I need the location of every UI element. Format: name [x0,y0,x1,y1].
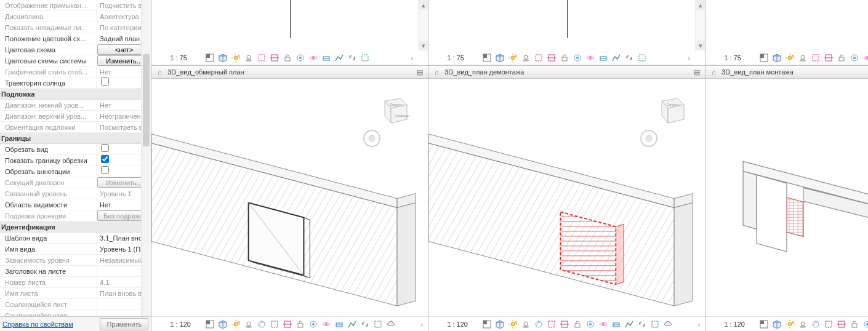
scroll-up-button[interactable]: ▴ [696,0,705,10]
help-link[interactable]: Справка по свойствам [2,321,73,328]
properties-scroll[interactable]: Отображение примыкан...Подчистить вс...Д… [0,0,151,316]
property-checkbox[interactable] [101,155,109,163]
temp-hide-icon[interactable] [572,52,582,63]
view-list-icon[interactable]: ▤ [693,68,701,76]
rendering-icon[interactable] [256,319,267,329]
unlock-icon[interactable] [559,52,569,63]
temp-hide-icon[interactable] [308,319,318,329]
sun-path-icon[interactable]: x [230,52,241,63]
highlight-icon[interactable] [637,52,647,63]
crop-icon[interactable] [533,52,544,63]
section-bounds[interactable]: Границы⌃ [0,133,151,144]
sun-path-icon[interactable]: x [230,319,241,329]
rendering-icon[interactable] [533,319,544,329]
visual-style-icon[interactable] [494,52,505,63]
highlight-icon[interactable] [360,52,370,63]
visual-style-icon[interactable] [771,319,782,329]
scroll-up-button[interactable]: ▴ [419,0,428,10]
reveal-icon[interactable] [308,52,318,63]
view-scale[interactable]: 1 : 120 [724,321,756,328]
toolbar-caret[interactable]: › [685,54,693,62]
cloud-icon[interactable] [662,319,673,329]
pane-scrollbar[interactable]: ▴ ▾ [418,0,428,50]
reveal-icon[interactable] [321,319,331,329]
property-checkbox[interactable] [101,78,109,86]
pane-scrollbar[interactable]: ▴ ▾ [695,0,705,50]
unlock-icon[interactable] [295,319,305,329]
cloud-icon[interactable] [385,319,396,329]
shadows-icon[interactable] [797,319,808,329]
home-icon[interactable]: ⌂ [155,68,164,76]
view-scale[interactable]: 1 : 75 [724,54,756,62]
toolbar-caret[interactable]: › [408,54,416,62]
crop-icon[interactable] [823,319,834,329]
crop-show-icon[interactable] [823,52,834,63]
temp-hide-icon[interactable] [862,319,868,329]
toolbar-caret[interactable]: › [418,321,425,328]
apply-button[interactable]: Применить [100,318,148,330]
crop-icon[interactable] [256,52,267,63]
view-canvas-2[interactable]: Сверху [428,79,705,316]
crop-show-icon[interactable] [282,319,292,329]
detail-level-icon[interactable] [204,52,215,63]
unlock-icon[interactable] [849,319,859,329]
visual-style-icon[interactable] [217,52,228,63]
crop-show-icon[interactable] [269,52,279,63]
unlock-icon[interactable] [282,52,292,63]
crop-show-icon[interactable] [559,319,569,329]
shadows-icon[interactable] [520,52,531,63]
crop-show-icon[interactable] [836,319,846,329]
link-icon[interactable] [624,52,634,63]
unlock-icon[interactable] [572,319,582,329]
reveal-icon[interactable] [598,319,608,329]
crop-show-icon[interactable] [546,52,557,63]
visual-style-icon[interactable] [771,52,782,63]
link-icon[interactable] [360,319,370,329]
sun-path-icon[interactable]: x [784,319,795,329]
sun-path-icon[interactable]: x [507,319,518,329]
section-underlay[interactable]: Подложка⌃ [0,89,151,100]
reveal-icon[interactable] [585,52,595,63]
crop-icon[interactable] [269,319,279,329]
crop-icon[interactable] [546,319,557,329]
reveal-icon[interactable] [862,52,868,63]
scroll-down-button[interactable]: ▾ [696,41,705,50]
link-icon[interactable] [347,52,357,63]
detail-level-icon[interactable] [758,52,769,63]
section-ident[interactable]: Идентификация⌃ [0,221,151,233]
toolbar-caret[interactable]: › [695,321,702,328]
analytical-icon[interactable] [347,319,357,329]
view-scale[interactable]: 1 : 120 [447,321,479,328]
shadows-icon[interactable] [243,52,254,63]
shadows-icon[interactable] [243,319,254,329]
property-checkbox[interactable] [101,166,109,174]
detail-level-icon[interactable] [758,319,769,329]
detail-level-icon[interactable] [481,52,492,63]
scroll-down-button[interactable]: ▾ [419,41,428,50]
view-canvas-3[interactable] [705,79,868,316]
detail-level-icon[interactable] [481,319,492,329]
temp-hide-icon[interactable] [849,52,859,63]
view-scale[interactable]: 1 : 75 [170,54,202,62]
constraint-icon[interactable] [611,319,621,329]
top-pane-1[interactable]: ▴ ▾ 1 : 75 x › [151,0,428,65]
analytical-icon[interactable] [334,52,344,63]
shadows-icon[interactable] [797,52,808,63]
detail-level-icon[interactable] [204,319,215,329]
home-icon[interactable]: ⌂ [709,68,718,76]
temp-hide-icon[interactable] [295,52,305,63]
sun-path-icon[interactable]: x [507,52,518,63]
scrollbar-thumb[interactable] [143,54,150,146]
property-checkbox[interactable] [101,144,109,152]
rendering-icon[interactable] [810,319,821,329]
crop-icon[interactable] [810,52,821,63]
view-canvas-1[interactable]: СверхуСпереди [151,79,428,316]
link-icon[interactable] [637,319,647,329]
analytical-icon[interactable] [611,52,621,63]
view-scale[interactable]: 1 : 120 [170,321,202,328]
shadows-icon[interactable] [520,319,531,329]
constraint-icon[interactable] [334,319,344,329]
view-list-icon[interactable]: ▤ [416,68,424,76]
highlight-icon[interactable] [372,319,383,329]
properties-scrollbar[interactable] [141,0,151,316]
